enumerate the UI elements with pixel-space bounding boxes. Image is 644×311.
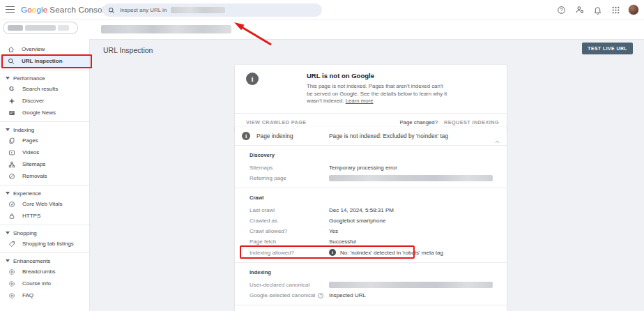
row-label: Crawl allowed? — [250, 228, 329, 234]
page-changed-label: Page changed? — [399, 119, 438, 126]
sidebar-item-breadcrumbs[interactable]: Breadcrumbs — [0, 266, 89, 278]
search-placeholder: Inspect any URL in — [120, 7, 167, 13]
info-icon: i — [246, 73, 259, 85]
sidebar-item-label: Videos — [22, 149, 39, 156]
search-icon — [108, 4, 115, 17]
page-indexing-header[interactable]: i Page indexing Page is not indexed: Exc… — [235, 127, 507, 146]
news-icon — [8, 109, 15, 116]
row-value: No: 'noindex' detected in 'robots' meta … — [340, 250, 443, 256]
sidebar-divider — [0, 70, 89, 70]
row-value: Successful — [329, 238, 356, 245]
sidebar-section-shopping[interactable]: Shopping — [0, 228, 89, 238]
sidebar-section-indexing[interactable]: Indexing — [0, 125, 89, 135]
pages-icon — [8, 137, 15, 144]
row-label: Google-selected canonical — [250, 292, 315, 298]
sidebar-item-label: Breadcrumbs — [22, 268, 56, 275]
chevron-down-icon — [6, 77, 10, 79]
sidebar-item-label: FAQ — [22, 292, 33, 298]
property-selector[interactable] — [3, 22, 78, 34]
speedometer-icon — [8, 200, 15, 208]
videos-icon — [8, 149, 15, 156]
row-last-crawl: Last crawl Dec 14, 2024, 5:58:31 PM — [235, 205, 507, 215]
page-indexing-card: i Page indexing Page is not indexed: Exc… — [235, 127, 507, 311]
google-search-console-window: GoogleSearch Console Inspect any URL in — [0, 0, 644, 311]
sidebar-item-search-results[interactable]: G Search results — [0, 83, 89, 95]
redacted-canonical-url — [329, 282, 493, 288]
info-icon: i — [329, 249, 336, 256]
sidebar-item-label: Pages — [22, 137, 38, 144]
row-label: Sitemaps — [250, 165, 329, 171]
sidebar-item-removals[interactable]: Removals — [0, 170, 89, 182]
page-indexing-verdict: Page is not indexed: Excluded by 'noinde… — [329, 132, 448, 139]
sidebar-item-label: Removals — [22, 173, 47, 179]
row-page-fetch: Page fetch Successful — [235, 236, 507, 247]
sidebar-item-pages[interactable]: Pages — [0, 135, 89, 146]
indexing-section: Indexing User-declared canonical Google-… — [235, 262, 507, 305]
sidebar-section-label: Indexing — [13, 127, 34, 133]
sidebar-item-sitemaps[interactable]: Sitemaps — [0, 158, 89, 170]
sidebar-item-shopping-tab-listings[interactable]: Shopping tab listings — [0, 238, 89, 250]
row-referring-page: Referring page — [235, 173, 507, 183]
chevron-up-icon[interactable] — [495, 135, 500, 139]
discovery-section: Discovery Sitemaps Temporary processing … — [235, 146, 507, 188]
crawl-section: Crawl Last crawl Dec 14, 2024, 5:58:31 P… — [235, 188, 507, 262]
verdict-description-text: This page is not indexed. Pages that are… — [307, 83, 447, 104]
sidebar-item-url-inspection[interactable]: URL inspection — [0, 55, 89, 67]
section-title: Crawl — [250, 195, 507, 201]
row-label: Page fetch — [250, 238, 329, 245]
sidebar-section-label: Experience — [13, 190, 41, 197]
help-icon[interactable]: ? — [318, 293, 323, 298]
sidebar-section-label: Enhancements — [13, 258, 50, 264]
main-content: URL Inspection TEST LIVE URL i URL is no… — [90, 40, 644, 311]
sidebar-item-label: Course info — [22, 280, 51, 287]
row-label: Last crawl — [250, 207, 329, 213]
sidebar-section-experience[interactable]: Experience — [0, 188, 89, 198]
google-apps-grid-icon[interactable] — [610, 4, 622, 16]
row-label: User-declared canonical — [250, 282, 329, 288]
request-indexing-button[interactable]: REQUEST INDEXING — [444, 119, 499, 126]
sidebar-item-label: Shopping tab listings — [22, 241, 74, 247]
help-icon[interactable] — [555, 4, 567, 16]
url-inspect-search-input[interactable]: Inspect any URL in — [102, 3, 322, 17]
section-title: Indexing — [250, 269, 507, 275]
sidebar-item-overview[interactable]: Overview — [0, 43, 89, 55]
sidebar-item-videos[interactable]: Videos — [0, 146, 89, 158]
sidebar-item-google-news[interactable]: Google News — [0, 107, 89, 119]
discover-star-icon — [8, 97, 15, 105]
sidebar-item-label: Sitemaps — [22, 161, 45, 167]
sidebar-item-label: HTTPS — [22, 213, 40, 219]
sidebar-item-discover[interactable]: Discover — [0, 95, 89, 107]
logo-suffix: Search Console — [49, 6, 109, 14]
sidebar-section-enhancements[interactable]: Enhancements — [0, 256, 89, 266]
sidebar-section-label: Shopping — [13, 230, 37, 236]
sidebar-item-core-web-vitals[interactable]: Core Web Vitals — [0, 198, 89, 210]
logo-letter: g — [36, 6, 41, 14]
sitemaps-icon — [8, 160, 15, 168]
price-tag-icon — [8, 240, 15, 248]
sidebar-divider — [0, 225, 89, 225]
notifications-bell-icon[interactable] — [592, 4, 604, 16]
row-user-declared-canonical: User-declared canonical — [235, 280, 507, 290]
logo-letter: G — [21, 6, 27, 14]
sidebar-item-label: URL inspection — [22, 58, 63, 64]
search-icon — [7, 57, 15, 65]
sidebar-item-course-info[interactable]: Course info — [0, 278, 89, 289]
hamburger-menu-icon[interactable] — [0, 0, 20, 20]
sidebar-item-label: Discover — [22, 98, 44, 104]
page-indexing-footer: LEARN MORE OPEN REPORT — [235, 305, 507, 311]
sidebar-divider — [0, 121, 89, 122]
info-icon: i — [242, 132, 250, 140]
redacted-property-block — [8, 25, 23, 31]
row-value: Dec 14, 2024, 5:58:31 PM — [329, 207, 394, 213]
row-value: Temporary processing error — [329, 165, 397, 171]
view-crawled-page-button[interactable]: VIEW CRAWLED PAGE — [246, 119, 307, 126]
learn-more-link[interactable]: Learn more — [346, 98, 374, 104]
account-avatar[interactable] — [628, 4, 639, 15]
manage-users-icon[interactable] — [574, 4, 585, 16]
sidebar-section-performance[interactable]: Performance — [0, 73, 89, 83]
app-logo[interactable]: GoogleSearch Console — [21, 6, 109, 14]
test-live-url-button[interactable]: TEST LIVE URL — [582, 43, 633, 54]
sidebar-item-https[interactable]: HTTPS — [0, 210, 89, 222]
sidebar-item-faq[interactable]: FAQ — [0, 289, 89, 301]
enhancement-badge-icon — [8, 291, 15, 299]
